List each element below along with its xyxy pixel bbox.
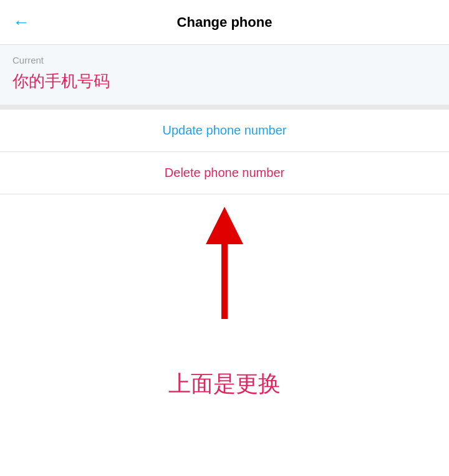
current-phone-value: 你的手机号码 — [12, 70, 437, 92]
annotation-area: 上面是更换 — [0, 194, 449, 399]
delete-phone-button[interactable]: Delete phone number — [165, 166, 284, 180]
annotation-arrow — [200, 201, 249, 325]
section-divider — [0, 105, 449, 110]
update-phone-row[interactable]: Update phone number — [0, 110, 449, 152]
delete-phone-row[interactable]: Delete phone number — [0, 152, 449, 194]
back-button[interactable]: ← — [12, 14, 30, 31]
update-phone-button[interactable]: Update phone number — [162, 123, 286, 138]
page-title: Change phone — [177, 14, 273, 31]
current-label: Current — [12, 55, 437, 65]
annotation-text: 上面是更换 — [168, 369, 281, 399]
svg-marker-1 — [206, 207, 243, 244]
header: ← Change phone — [0, 0, 449, 45]
current-phone-section: Current 你的手机号码 — [0, 45, 449, 105]
